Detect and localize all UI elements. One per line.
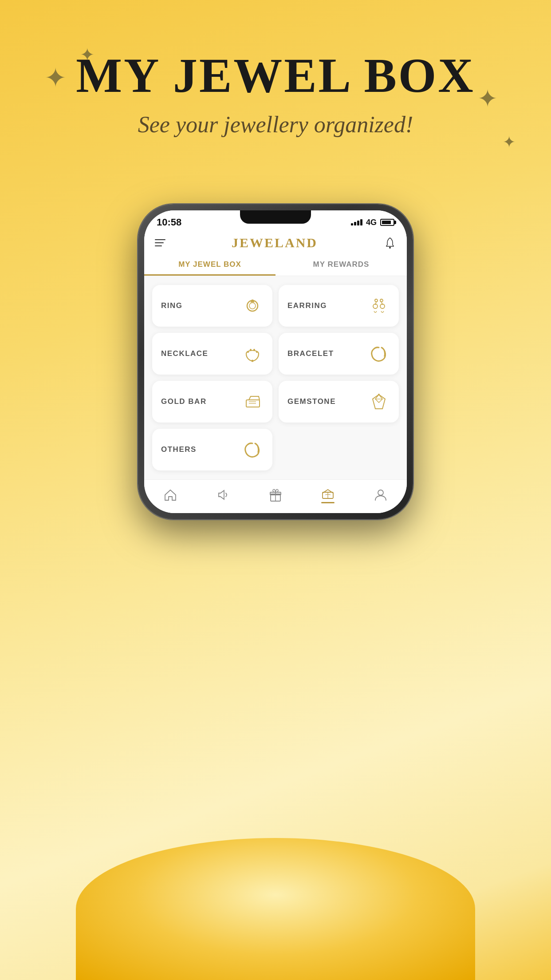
jewel-category-grid: RING EARRING xyxy=(144,276,407,479)
nav-active-indicator xyxy=(321,502,335,503)
menu-line-3 xyxy=(155,245,162,246)
battery-icon xyxy=(380,219,394,226)
svg-point-11 xyxy=(256,351,258,353)
phone-screen: 10:58 4G xyxy=(144,210,407,513)
profile-icon xyxy=(374,488,388,502)
category-others-label: OTHERS xyxy=(161,445,197,454)
svg-point-2 xyxy=(249,303,256,309)
nav-profile[interactable] xyxy=(374,488,388,502)
nav-home[interactable] xyxy=(163,488,177,502)
ring-icon xyxy=(241,295,264,317)
svg-point-10 xyxy=(253,349,255,351)
nav-gift[interactable] xyxy=(268,488,283,502)
tab-my-rewards[interactable]: MY REWARDS xyxy=(276,255,407,276)
category-necklace[interactable]: NECKLACE xyxy=(152,333,272,375)
nav-jewel-box[interactable] xyxy=(321,486,335,503)
app-header: JEWELAND xyxy=(144,231,407,250)
svg-point-9 xyxy=(250,349,252,351)
category-gold-bar-label: GOLD BAR xyxy=(161,397,207,406)
category-necklace-label: NECKLACE xyxy=(161,349,208,358)
signal-bar-1 xyxy=(351,223,353,225)
category-gemstone-label: GEMSTONE xyxy=(287,397,336,406)
svg-point-17 xyxy=(378,394,380,395)
phone-mockup: 10:58 4G xyxy=(138,204,413,519)
signal-bar-4 xyxy=(360,219,362,225)
category-bracelet-label: BRACELET xyxy=(287,349,334,358)
menu-button[interactable] xyxy=(155,239,165,246)
app-logo: JEWELAND xyxy=(232,235,318,250)
signal-icon xyxy=(351,219,362,225)
phone-notch xyxy=(240,210,311,224)
phone-outer-frame: 10:58 4G xyxy=(138,204,413,519)
menu-line-2 xyxy=(155,242,164,243)
nav-announcement[interactable] xyxy=(216,488,230,502)
svg-point-8 xyxy=(247,351,249,353)
menu-line-1 xyxy=(155,239,165,240)
gold-bar-icon xyxy=(241,391,264,413)
svg-point-4 xyxy=(375,299,378,302)
category-ring-label: RING xyxy=(161,301,183,310)
network-type: 4G xyxy=(366,218,377,227)
app-subtitle: See your jewellery organized! xyxy=(0,111,551,138)
bracelet-icon xyxy=(368,343,390,365)
podium-decoration xyxy=(76,838,475,980)
tab-my-jewel-box[interactable]: MY JEWEL BOX xyxy=(144,255,276,276)
svg-point-12 xyxy=(252,360,254,362)
app-title: MY JEWEL BOX xyxy=(0,49,551,103)
category-earring-label: EARRING xyxy=(287,301,327,310)
gift-icon xyxy=(268,488,283,502)
bottom-navigation xyxy=(144,479,407,513)
signal-bar-2 xyxy=(354,222,356,225)
battery-fill xyxy=(382,221,391,224)
status-icons: 4G xyxy=(351,218,394,227)
earring-icon xyxy=(368,295,390,317)
gemstone-icon xyxy=(368,391,390,413)
necklace-icon xyxy=(241,343,264,365)
category-bracelet[interactable]: BRACELET xyxy=(279,333,399,375)
svg-point-23 xyxy=(378,490,383,495)
jewel-box-nav-icon xyxy=(321,486,335,500)
status-time: 10:58 xyxy=(157,217,181,228)
home-icon xyxy=(163,488,177,502)
others-icon xyxy=(241,439,264,461)
announcement-icon xyxy=(216,488,230,502)
signal-bar-3 xyxy=(357,221,359,225)
tab-bar: MY JEWEL BOX MY REWARDS xyxy=(144,255,407,276)
category-others[interactable]: OTHERS xyxy=(152,429,272,470)
svg-point-6 xyxy=(380,299,383,302)
notification-bell-icon[interactable] xyxy=(384,237,396,249)
category-ring[interactable]: RING xyxy=(152,285,272,327)
category-gold-bar[interactable]: GOLD BAR xyxy=(152,381,272,423)
svg-point-0 xyxy=(389,247,391,249)
category-earring[interactable]: EARRING xyxy=(279,285,399,327)
hero-section: MY JEWEL BOX See your jewellery organize… xyxy=(0,0,551,138)
category-gemstone[interactable]: GEMSTONE xyxy=(279,381,399,423)
